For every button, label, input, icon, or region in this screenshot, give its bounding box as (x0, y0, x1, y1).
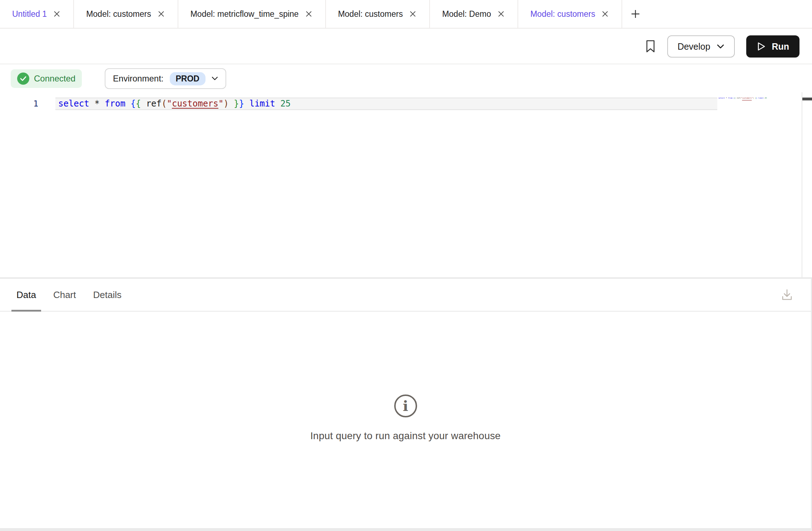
chevron-down-icon (717, 44, 724, 49)
tab-model-metricflow-time-spine[interactable]: Model: metricflow_time_spine (178, 0, 326, 28)
close-icon[interactable] (53, 10, 61, 18)
close-icon[interactable] (601, 10, 609, 18)
sql-editor[interactable]: 1 select * from {{ ref("customers") }} l… (0, 92, 812, 277)
line-number: 1 (0, 98, 38, 110)
tab-label: Untitled 1 (12, 9, 47, 19)
download-icon[interactable] (780, 288, 794, 302)
tab-model-customers-2[interactable]: Model: customers (326, 0, 430, 28)
close-icon[interactable] (304, 10, 313, 18)
code-line[interactable]: select * from {{ ref("customers") }} lim… (58, 98, 291, 110)
tab-label: Model: metricflow_time_spine (190, 9, 299, 19)
editor-scrollbar[interactable] (802, 92, 812, 277)
empty-state: i Input query to run against your wareho… (0, 312, 811, 442)
tab-model-customers-1[interactable]: Model: customers (74, 0, 178, 28)
tab-untitled-1[interactable]: Untitled 1 (0, 0, 74, 28)
run-label: Run (772, 41, 789, 52)
tab-model-demo[interactable]: Model: Demo (430, 0, 518, 28)
environment-value-badge: PROD (170, 72, 206, 85)
tab-label: Model: customers (86, 9, 151, 19)
editor-toolbar: Develop Run (0, 29, 812, 64)
tab-label: Model: customers (338, 9, 403, 19)
tab-details[interactable]: Details (88, 279, 127, 311)
connected-label: Connected (34, 74, 75, 84)
bookmark-icon[interactable] (645, 40, 656, 53)
results-tab-bar: Data Chart Details (0, 279, 811, 312)
develop-menu-button[interactable]: Develop (667, 35, 735, 58)
editor-scrollbar-thumb[interactable] (802, 98, 812, 100)
environment-selector[interactable]: Environment: PROD (105, 68, 226, 89)
tab-label: Model: customers (530, 9, 595, 19)
tab-label: Model: Demo (442, 9, 491, 19)
close-icon[interactable] (497, 10, 505, 18)
editor-tab-bar: Untitled 1 Model: customers Model: metri… (0, 0, 812, 29)
plus-icon (630, 8, 641, 20)
tab-data-label: Data (16, 289, 36, 301)
develop-label: Develop (678, 41, 710, 52)
tab-chart[interactable]: Chart (48, 279, 81, 311)
tab-chart-label: Chart (53, 289, 76, 301)
tab-data[interactable]: Data (11, 279, 41, 311)
minimap-code-line: select * from {{ ref("customers") }} lim… (718, 95, 767, 100)
close-icon[interactable] (157, 10, 165, 18)
info-icon: i (394, 394, 417, 417)
close-icon[interactable] (409, 10, 417, 18)
check-icon (17, 73, 29, 85)
ide-window: Untitled 1 Model: customers Model: metri… (0, 0, 812, 531)
bottom-border-strip (0, 528, 812, 531)
play-icon (757, 41, 766, 51)
minimap[interactable]: select * from {{ ref("customers") }} lim… (717, 92, 802, 277)
environment-label: Environment: (113, 74, 163, 84)
connection-status-badge: Connected (11, 69, 82, 88)
tab-model-customers-3[interactable]: Model: customers (518, 0, 623, 28)
tab-details-label: Details (93, 289, 122, 301)
results-panel: Data Chart Details i Input query to run … (0, 279, 812, 528)
connection-status-row: Connected Environment: PROD (0, 65, 812, 92)
run-button[interactable]: Run (746, 35, 799, 58)
new-tab-button[interactable] (622, 0, 649, 28)
chevron-down-icon (212, 76, 218, 81)
empty-state-text: Input query to run against your warehous… (0, 430, 811, 442)
